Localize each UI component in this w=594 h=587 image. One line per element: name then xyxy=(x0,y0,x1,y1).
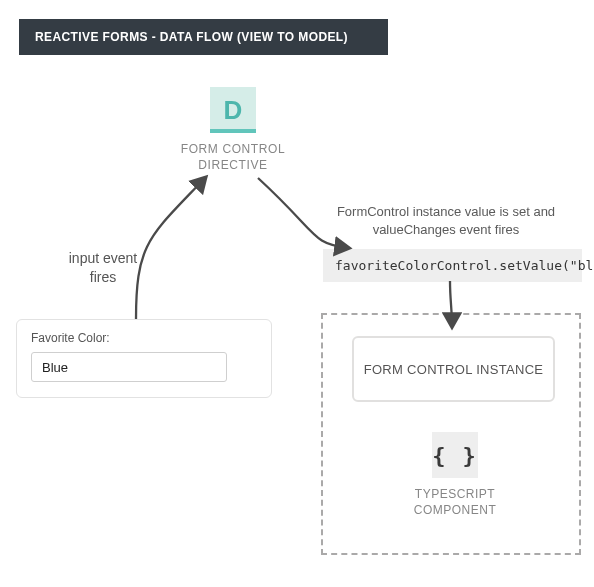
braces-icon: { } xyxy=(432,432,478,478)
directive-label: FORM CONTROL DIRECTIVE xyxy=(178,141,288,173)
directive-icon: D xyxy=(210,87,256,133)
value-changes-note: FormControl instance value is set and va… xyxy=(330,203,562,239)
input-event-label-line2: fires xyxy=(90,269,116,285)
favorite-color-input[interactable] xyxy=(31,352,227,382)
directive-label-line2: DIRECTIVE xyxy=(198,158,267,172)
directive-label-line1: FORM CONTROL xyxy=(181,142,286,156)
typescript-label-line1: TYPESCRIPT xyxy=(415,487,495,501)
view-form-panel: Favorite Color: xyxy=(16,319,272,398)
input-event-label-line1: input event xyxy=(69,250,138,266)
setvalue-code: favoriteColorControl.setValue("blue") xyxy=(323,249,582,282)
typescript-component-node: { } TYPESCRIPT COMPONENT xyxy=(410,432,500,518)
typescript-label-line2: COMPONENT xyxy=(414,503,497,517)
input-event-label: input event fires xyxy=(55,249,151,287)
typescript-label: TYPESCRIPT COMPONENT xyxy=(410,486,500,518)
component-zone: FORM CONTROL INSTANCE { } TYPESCRIPT COM… xyxy=(321,313,581,555)
directive-icon-letter: D xyxy=(224,97,243,123)
diagram-title: REACTIVE FORMS - DATA FLOW (VIEW TO MODE… xyxy=(19,19,388,55)
form-control-instance-box: FORM CONTROL INSTANCE xyxy=(352,336,555,402)
form-control-directive-node: D FORM CONTROL DIRECTIVE xyxy=(178,87,288,173)
favorite-color-label: Favorite Color: xyxy=(31,331,257,345)
